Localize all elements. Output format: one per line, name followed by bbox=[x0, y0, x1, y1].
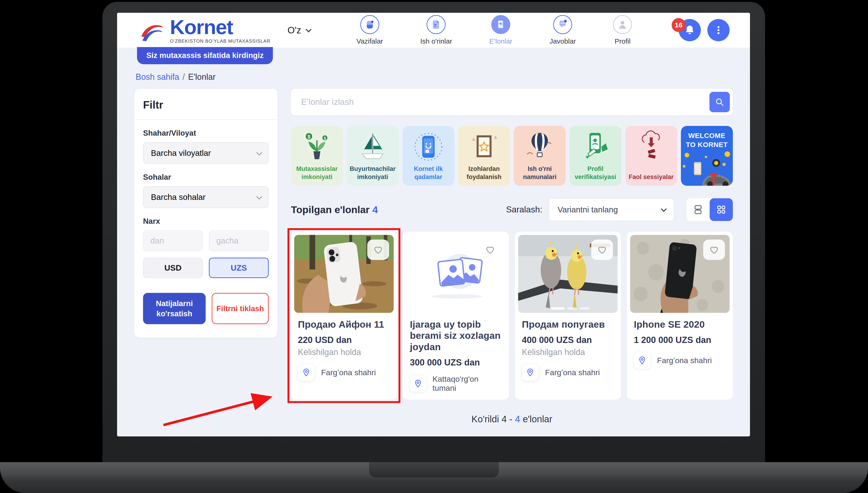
promo-banner[interactable]: Faol sessiyalar bbox=[625, 126, 677, 186]
notifications-button[interactable]: 16 bbox=[678, 19, 701, 41]
notification-count-badge: 16 bbox=[672, 18, 686, 32]
promo-banner[interactable]: Profil verifikatsiyasi bbox=[569, 126, 621, 186]
laptop-mockup: Kornet O'ZBEKISTON BO'YLAB MUTAXASSISLAR… bbox=[0, 0, 868, 493]
currency-uzs-button[interactable]: UZS bbox=[209, 258, 269, 278]
listing-location-row: Fargʻona shahri bbox=[522, 364, 614, 381]
svg-text:$: $ bbox=[324, 136, 326, 140]
iphone-11-in-hand bbox=[294, 235, 394, 313]
region-select[interactable]: Barcha viloyatlar bbox=[143, 142, 269, 164]
found-count-number: 4 bbox=[372, 204, 378, 215]
search-button[interactable] bbox=[710, 92, 730, 112]
listing-location: Fargʻona shahri bbox=[545, 368, 600, 377]
promo-banner[interactable]: Buyurtmachilar imkoniyati bbox=[347, 126, 398, 186]
kornet-logo[interactable]: Kornet O'ZBEKISTON BO'YLAB MUTAXASSISLAR bbox=[139, 17, 270, 43]
sort-select-value: Variantni tanlang bbox=[558, 205, 618, 214]
nav-item-profil[interactable]: Profil bbox=[613, 15, 632, 45]
price-to-input[interactable] bbox=[209, 230, 269, 251]
currency-usd-button[interactable]: USD bbox=[143, 258, 203, 278]
location-pin-icon bbox=[634, 352, 651, 369]
listing-location: Fargʻona shahri bbox=[321, 368, 376, 377]
promo-banner[interactable]: Izohlardan foydalanish bbox=[458, 126, 510, 186]
main-nav: Vazifalar Ish o'rinlar E'lonlar Javoblar… bbox=[319, 15, 669, 45]
filter-panel: Filtr Shahar/Viloyat Barcha viloyatlar S… bbox=[134, 89, 278, 338]
sort-select[interactable]: Variantni tanlang bbox=[549, 198, 674, 221]
heart-icon bbox=[597, 244, 607, 255]
header-actions: 16 bbox=[678, 19, 730, 41]
show-results-button[interactable]: Natijalarni ko'rsatish bbox=[143, 293, 205, 324]
list-view-icon bbox=[692, 203, 704, 216]
heart-icon bbox=[709, 244, 719, 255]
role-badge: Siz mutaxassis sifatida kirdingiz bbox=[137, 47, 273, 64]
listing-card[interactable]: Продаю Айфон 11 220 USD dan Kelishilgan … bbox=[291, 232, 397, 400]
list-view-button[interactable] bbox=[687, 198, 710, 221]
reset-filter-button[interactable]: Filtrni tiklash bbox=[212, 293, 269, 324]
chevron-down-icon bbox=[256, 194, 262, 199]
two-parrots bbox=[518, 235, 617, 313]
chevron-down-icon bbox=[256, 150, 262, 155]
sort-label: Saralash: bbox=[506, 205, 542, 214]
filter-title: Filtr bbox=[134, 99, 278, 120]
listing-location-row: Fargʻona shahri bbox=[298, 364, 390, 381]
logo-tagline: O'ZBEKISTON BO'YLAB MUTAXASSISLAR bbox=[170, 39, 270, 43]
promo-banner[interactable]: Ish o'rni namunalari bbox=[514, 126, 566, 186]
nav-item-javoblar[interactable]: Javoblar bbox=[549, 15, 576, 45]
listing-card[interactable]: Ijaraga uy topib berami siz xozlagan joy… bbox=[403, 232, 509, 400]
heart-icon bbox=[485, 244, 495, 255]
search-bar bbox=[291, 89, 733, 115]
favorite-button[interactable] bbox=[479, 239, 501, 260]
location-pin-icon bbox=[410, 375, 426, 392]
promo-banners-row: $$ Mutaxassislar imkoniyati Buyurtmachil… bbox=[291, 126, 733, 186]
listing-title: Ijaraga uy topib berami siz xozlagan joy… bbox=[410, 319, 502, 352]
listing-card[interactable]: Продам попугаев 400 000 UZS dan Kelishil… bbox=[515, 232, 621, 400]
app-window: Kornet O'ZBEKISTON BO'YLAB MUTAXASSISLAR… bbox=[117, 13, 750, 436]
listing-location-row: Kattaqo'rg'on tumani bbox=[410, 374, 502, 392]
breadcrumb-home-link[interactable]: Bosh sahifa bbox=[136, 72, 179, 82]
grid-view-button[interactable] bbox=[710, 198, 733, 221]
profile-icon bbox=[617, 19, 628, 30]
favorite-button[interactable] bbox=[703, 239, 725, 260]
listing-title: Продаю Айфон 11 bbox=[298, 319, 390, 330]
breadcrumb-separator: / bbox=[182, 72, 185, 82]
banner-label: Mutaxassislar imkoniyati bbox=[291, 165, 343, 186]
listings-grid: Продаю Айфон 11 220 USD dan Kelishilgan … bbox=[291, 232, 733, 400]
heart-icon bbox=[373, 244, 384, 255]
promo-banner[interactable]: Kornet ilk qadamlar bbox=[403, 126, 454, 186]
more-menu-button[interactable] bbox=[707, 19, 730, 41]
region-select-value: Barcha viloyatlar bbox=[151, 148, 211, 158]
location-pin-icon bbox=[522, 364, 539, 381]
banner-label: Izohlardan foydalanish bbox=[458, 165, 510, 186]
listing-negotiable: Kelishilgan holda bbox=[298, 347, 390, 357]
view-toggle bbox=[687, 198, 733, 221]
promo-banner[interactable]: $$ Mutaxassislar imkoniyati bbox=[291, 126, 343, 186]
category-select[interactable]: Barcha sohalar bbox=[143, 186, 269, 208]
nav-item-vazifalar[interactable]: Vazifalar bbox=[356, 15, 383, 45]
page-body: Siz mutaxassis sifatida kirdingiz Bosh s… bbox=[117, 47, 750, 436]
listing-card[interactable]: Iphone SE 2020 1 200 000 UZS dan Fargʻon… bbox=[627, 232, 733, 400]
laptop-hinge bbox=[369, 462, 499, 477]
jobs-icon bbox=[431, 19, 442, 30]
breadcrumb-current: E'lonlar bbox=[188, 72, 216, 82]
nav-item-e-lonlar[interactable]: E'lonlar bbox=[490, 15, 512, 45]
app-header: Kornet O'ZBEKISTON BO'YLAB MUTAXASSISLAR… bbox=[117, 13, 750, 47]
svg-text:$: $ bbox=[308, 134, 310, 140]
favorite-button[interactable] bbox=[591, 239, 613, 260]
nav-item-ish-o-rinlar[interactable]: Ish o'rinlar bbox=[420, 15, 452, 45]
search-input[interactable] bbox=[301, 97, 710, 107]
banner-label: WELCOME TO KORNET bbox=[681, 126, 733, 154]
banner-label: Profil verifikatsiyasi bbox=[569, 165, 621, 186]
location-pin-icon bbox=[298, 364, 314, 381]
bell-icon bbox=[684, 24, 696, 36]
price-label: Narx bbox=[143, 217, 269, 226]
ads-icon bbox=[495, 19, 506, 30]
price-from-input[interactable] bbox=[143, 230, 203, 251]
search-icon bbox=[714, 97, 725, 107]
promo-banner[interactable]: WELCOME TO KORNET bbox=[681, 126, 733, 186]
language-selector[interactable]: O'z bbox=[287, 25, 310, 36]
listing-price: 220 USD dan bbox=[298, 335, 390, 345]
content-column: $$ Mutaxassislar imkoniyati Buyurtmachil… bbox=[291, 89, 733, 424]
found-count-text: Topilgan e'lonlar4 bbox=[291, 204, 378, 215]
grid-view-icon bbox=[715, 203, 727, 216]
banner-label: Kornet ilk qadamlar bbox=[403, 165, 454, 186]
favorite-button[interactable] bbox=[367, 239, 389, 260]
listing-price: 1 200 000 UZS dan bbox=[634, 335, 726, 345]
